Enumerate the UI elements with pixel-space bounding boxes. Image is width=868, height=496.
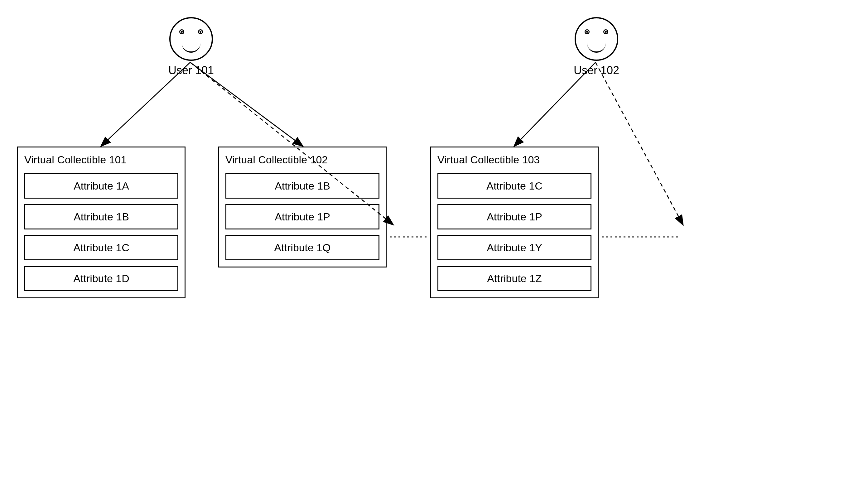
vc102-box: Virtual Collectible 102 Attribute 1B Att… xyxy=(218,146,387,267)
vc101-box: Virtual Collectible 101 Attribute 1A Att… xyxy=(17,146,186,298)
user102-right-eye-dot xyxy=(605,31,607,33)
vc103-box: Virtual Collectible 103 Attribute 1C Att… xyxy=(430,146,599,298)
user101-left-eye xyxy=(179,29,184,34)
user101-label: User 101 xyxy=(168,64,214,77)
vc103-attr4: Attribute 1Z xyxy=(437,266,591,291)
vc103-title: Virtual Collectible 103 xyxy=(437,154,591,166)
vc101-attr2: Attribute 1B xyxy=(24,204,179,230)
user101-right-eye-dot xyxy=(200,31,201,33)
user101-right-eye xyxy=(198,29,203,34)
user102-label: User 102 xyxy=(574,64,619,77)
vc101-attr4: Attribute 1D xyxy=(24,266,179,291)
vc101-attr3: Attribute 1C xyxy=(24,235,179,260)
user102-face xyxy=(575,17,618,61)
vc101-attr1: Attribute 1A xyxy=(24,173,179,199)
vc103-attr3: Attribute 1Y xyxy=(437,235,591,260)
vc102-attr3: Attribute 1Q xyxy=(226,235,379,260)
vc101-title: Virtual Collectible 101 xyxy=(24,154,179,166)
user102-left-eye xyxy=(585,29,590,34)
vc102-attr1: Attribute 1B xyxy=(226,173,379,199)
vc103-attr1: Attribute 1C xyxy=(437,173,591,199)
user102-smile xyxy=(587,43,606,53)
arrow-user102-dashed xyxy=(595,62,683,224)
user102-figure: User 102 xyxy=(574,17,619,77)
user101-face xyxy=(169,17,213,61)
user102-left-eye-dot xyxy=(586,31,588,33)
diagram-container: User 101 User 102 Virtual Collectible 10… xyxy=(0,0,868,496)
user101-smile xyxy=(182,43,200,53)
vc103-attr2: Attribute 1P xyxy=(437,204,591,230)
vc102-attr2: Attribute 1P xyxy=(226,204,379,230)
user101-figure: User 101 xyxy=(168,17,214,77)
user102-right-eye xyxy=(603,29,608,34)
user101-left-eye-dot xyxy=(181,31,183,33)
vc102-title: Virtual Collectible 102 xyxy=(226,154,379,166)
